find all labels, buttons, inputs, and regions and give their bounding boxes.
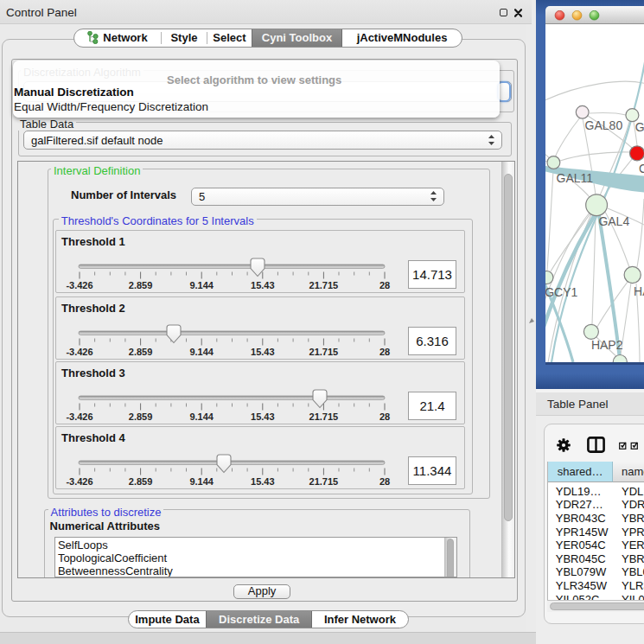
svg-text:15.43: 15.43 [251,475,275,486]
svg-text:-3.426: -3.426 [66,346,92,356]
svg-text:HA: HA [634,284,644,298]
svg-text:28: 28 [379,346,390,356]
svg-text:2.859: 2.859 [129,280,153,290]
svg-text:9.144: 9.144 [189,475,214,486]
svg-text:HAP2: HAP2 [591,338,623,352]
svg-text:CD: CD [639,162,644,175]
svg-text:15.43: 15.43 [251,346,275,356]
svg-text:15.43: 15.43 [251,411,275,421]
svg-text:21.715: 21.715 [309,411,339,421]
svg-text:28: 28 [379,411,390,421]
svg-text:21.715: 21.715 [309,280,339,290]
svg-text:GCY1: GCY1 [545,285,578,299]
svg-text:GAL80: GAL80 [585,118,623,132]
svg-text:2.859: 2.859 [129,411,153,421]
svg-text:9.144: 9.144 [189,411,214,421]
svg-text:GAL4: GAL4 [598,214,629,228]
svg-text:15.43: 15.43 [251,280,275,290]
svg-text:2.859: 2.859 [129,346,153,356]
svg-text:21.715: 21.715 [309,346,339,356]
svg-text:-3.426: -3.426 [66,280,92,290]
svg-text:9.144: 9.144 [189,346,214,356]
svg-text:GA: GA [635,120,644,134]
svg-text:21.715: 21.715 [309,475,339,486]
svg-text:9.144: 9.144 [189,280,214,290]
svg-text:-3.426: -3.426 [66,411,92,421]
svg-text:-3.426: -3.426 [66,475,92,486]
svg-text:28: 28 [379,280,390,290]
svg-text:GAL11: GAL11 [557,171,594,185]
svg-text:28: 28 [379,475,390,486]
svg-text:2.859: 2.859 [129,475,153,486]
